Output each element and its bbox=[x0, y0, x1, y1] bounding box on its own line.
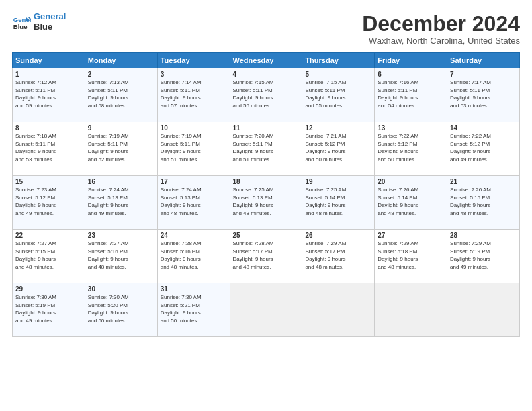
week-row-4: 22Sunrise: 7:27 AM Sunset: 5:15 PM Dayli… bbox=[13, 230, 520, 283]
day-cell: 10Sunrise: 7:19 AM Sunset: 5:11 PM Dayli… bbox=[157, 122, 230, 176]
calendar-body: 1Sunrise: 7:12 AM Sunset: 5:11 PM Daylig… bbox=[13, 68, 520, 337]
day-info: Sunrise: 7:28 AM Sunset: 5:16 PM Dayligh… bbox=[161, 240, 227, 271]
day-cell: 22Sunrise: 7:27 AM Sunset: 5:15 PM Dayli… bbox=[13, 230, 85, 283]
day-number: 22 bbox=[15, 232, 82, 239]
logo-blue: Blue bbox=[34, 22, 66, 32]
day-info: Sunrise: 7:23 AM Sunset: 5:12 PM Dayligh… bbox=[15, 186, 82, 217]
logo-icon: General Blue bbox=[12, 13, 31, 32]
day-number: 24 bbox=[161, 232, 227, 239]
day-cell: 26Sunrise: 7:29 AM Sunset: 5:17 PM Dayli… bbox=[302, 230, 375, 283]
day-cell: 27Sunrise: 7:29 AM Sunset: 5:18 PM Dayli… bbox=[375, 230, 447, 283]
header-cell-monday: Monday bbox=[85, 53, 157, 68]
day-number: 19 bbox=[305, 178, 371, 185]
day-number: 23 bbox=[88, 232, 154, 239]
week-row-2: 8Sunrise: 7:18 AM Sunset: 5:11 PM Daylig… bbox=[13, 122, 520, 176]
day-number: 7 bbox=[450, 71, 517, 78]
day-cell: 5Sunrise: 7:15 AM Sunset: 5:11 PM Daylig… bbox=[302, 68, 375, 122]
day-number: 8 bbox=[15, 124, 82, 132]
day-number: 21 bbox=[450, 178, 517, 185]
day-number: 20 bbox=[378, 178, 444, 185]
day-info: Sunrise: 7:29 AM Sunset: 5:18 PM Dayligh… bbox=[378, 240, 444, 271]
week-row-5: 29Sunrise: 7:30 AM Sunset: 5:19 PM Dayli… bbox=[13, 283, 520, 337]
day-number: 28 bbox=[450, 232, 517, 239]
day-number: 16 bbox=[88, 178, 154, 185]
day-cell: 11Sunrise: 7:20 AM Sunset: 5:11 PM Dayli… bbox=[230, 122, 302, 176]
calendar-header: SundayMondayTuesdayWednesdayThursdayFrid… bbox=[13, 53, 520, 68]
day-cell: 15Sunrise: 7:23 AM Sunset: 5:12 PM Dayli… bbox=[13, 176, 85, 230]
day-info: Sunrise: 7:28 AM Sunset: 5:17 PM Dayligh… bbox=[233, 240, 300, 271]
day-info: Sunrise: 7:19 AM Sunset: 5:11 PM Dayligh… bbox=[88, 132, 154, 163]
day-info: Sunrise: 7:29 AM Sunset: 5:19 PM Dayligh… bbox=[450, 240, 517, 271]
day-info: Sunrise: 7:24 AM Sunset: 5:13 PM Dayligh… bbox=[161, 186, 227, 217]
title-block: December 2024 Waxhaw, North Carolina, Un… bbox=[362, 12, 520, 46]
day-number: 3 bbox=[161, 71, 227, 78]
location: Waxhaw, North Carolina, United States bbox=[362, 36, 520, 46]
day-info: Sunrise: 7:25 AM Sunset: 5:13 PM Dayligh… bbox=[233, 186, 300, 217]
day-info: Sunrise: 7:22 AM Sunset: 5:12 PM Dayligh… bbox=[450, 132, 517, 163]
day-cell: 6Sunrise: 7:16 AM Sunset: 5:11 PM Daylig… bbox=[375, 68, 447, 122]
day-info: Sunrise: 7:15 AM Sunset: 5:11 PM Dayligh… bbox=[233, 79, 300, 109]
day-info: Sunrise: 7:21 AM Sunset: 5:12 PM Dayligh… bbox=[305, 132, 371, 163]
day-number: 30 bbox=[88, 285, 154, 293]
day-number: 18 bbox=[233, 178, 300, 185]
day-info: Sunrise: 7:20 AM Sunset: 5:11 PM Dayligh… bbox=[233, 132, 300, 163]
logo-general: General bbox=[34, 12, 66, 22]
day-cell: 1Sunrise: 7:12 AM Sunset: 5:11 PM Daylig… bbox=[13, 68, 85, 122]
week-row-1: 1Sunrise: 7:12 AM Sunset: 5:11 PM Daylig… bbox=[13, 68, 520, 122]
day-cell: 2Sunrise: 7:13 AM Sunset: 5:11 PM Daylig… bbox=[85, 68, 157, 122]
day-info: Sunrise: 7:27 AM Sunset: 5:16 PM Dayligh… bbox=[88, 240, 154, 271]
day-info: Sunrise: 7:12 AM Sunset: 5:11 PM Dayligh… bbox=[15, 79, 82, 109]
calendar-page: General Blue General Blue December 2024 … bbox=[0, 0, 532, 411]
day-info: Sunrise: 7:14 AM Sunset: 5:11 PM Dayligh… bbox=[161, 79, 227, 109]
day-info: Sunrise: 7:29 AM Sunset: 5:17 PM Dayligh… bbox=[305, 240, 371, 271]
day-cell: 28Sunrise: 7:29 AM Sunset: 5:19 PM Dayli… bbox=[447, 230, 520, 283]
day-number: 4 bbox=[233, 71, 300, 78]
day-cell: 3Sunrise: 7:14 AM Sunset: 5:11 PM Daylig… bbox=[157, 68, 230, 122]
day-number: 5 bbox=[305, 71, 371, 78]
day-number: 29 bbox=[15, 285, 82, 293]
day-cell: 20Sunrise: 7:26 AM Sunset: 5:14 PM Dayli… bbox=[375, 176, 447, 230]
header: General Blue General Blue December 2024 … bbox=[12, 12, 520, 46]
day-cell: 13Sunrise: 7:22 AM Sunset: 5:12 PM Dayli… bbox=[375, 122, 447, 176]
day-info: Sunrise: 7:26 AM Sunset: 5:15 PM Dayligh… bbox=[450, 186, 517, 217]
day-info: Sunrise: 7:27 AM Sunset: 5:15 PM Dayligh… bbox=[15, 240, 82, 271]
day-info: Sunrise: 7:18 AM Sunset: 5:11 PM Dayligh… bbox=[15, 132, 82, 163]
day-number: 1 bbox=[15, 71, 82, 78]
day-number: 6 bbox=[378, 71, 444, 78]
day-number: 25 bbox=[233, 232, 300, 239]
day-cell: 4Sunrise: 7:15 AM Sunset: 5:11 PM Daylig… bbox=[230, 68, 302, 122]
day-info: Sunrise: 7:25 AM Sunset: 5:14 PM Dayligh… bbox=[305, 186, 371, 217]
day-info: Sunrise: 7:22 AM Sunset: 5:12 PM Dayligh… bbox=[378, 132, 444, 163]
day-number: 26 bbox=[305, 232, 371, 239]
month-title: December 2024 bbox=[362, 12, 520, 36]
header-cell-thursday: Thursday bbox=[302, 53, 375, 68]
day-number: 9 bbox=[88, 124, 154, 132]
day-cell: 18Sunrise: 7:25 AM Sunset: 5:13 PM Dayli… bbox=[230, 176, 302, 230]
day-info: Sunrise: 7:30 AM Sunset: 5:19 PM Dayligh… bbox=[15, 293, 82, 324]
day-cell: 29Sunrise: 7:30 AM Sunset: 5:19 PM Dayli… bbox=[13, 283, 85, 337]
header-cell-friday: Friday bbox=[375, 53, 447, 68]
day-cell: 16Sunrise: 7:24 AM Sunset: 5:13 PM Dayli… bbox=[85, 176, 157, 230]
day-number: 15 bbox=[15, 178, 82, 185]
header-cell-tuesday: Tuesday bbox=[157, 53, 230, 68]
day-info: Sunrise: 7:16 AM Sunset: 5:11 PM Dayligh… bbox=[378, 79, 444, 109]
week-row-3: 15Sunrise: 7:23 AM Sunset: 5:12 PM Dayli… bbox=[13, 176, 520, 230]
day-cell: 17Sunrise: 7:24 AM Sunset: 5:13 PM Dayli… bbox=[157, 176, 230, 230]
day-number: 2 bbox=[88, 71, 154, 78]
day-info: Sunrise: 7:19 AM Sunset: 5:11 PM Dayligh… bbox=[161, 132, 227, 163]
day-number: 12 bbox=[305, 124, 371, 132]
day-info: Sunrise: 7:30 AM Sunset: 5:21 PM Dayligh… bbox=[161, 293, 227, 324]
day-cell: 14Sunrise: 7:22 AM Sunset: 5:12 PM Dayli… bbox=[447, 122, 520, 176]
day-cell: 31Sunrise: 7:30 AM Sunset: 5:21 PM Dayli… bbox=[157, 283, 230, 337]
header-cell-wednesday: Wednesday bbox=[230, 53, 302, 68]
day-number: 10 bbox=[161, 124, 227, 132]
day-cell bbox=[302, 283, 375, 337]
day-cell bbox=[447, 283, 520, 337]
logo: General Blue General Blue bbox=[12, 12, 66, 32]
day-info: Sunrise: 7:24 AM Sunset: 5:13 PM Dayligh… bbox=[88, 186, 154, 217]
header-row: SundayMondayTuesdayWednesdayThursdayFrid… bbox=[13, 53, 520, 68]
calendar-table: SundayMondayTuesdayWednesdayThursdayFrid… bbox=[12, 52, 520, 337]
day-cell bbox=[375, 283, 447, 337]
day-number: 13 bbox=[378, 124, 444, 132]
day-info: Sunrise: 7:30 AM Sunset: 5:20 PM Dayligh… bbox=[88, 293, 154, 324]
